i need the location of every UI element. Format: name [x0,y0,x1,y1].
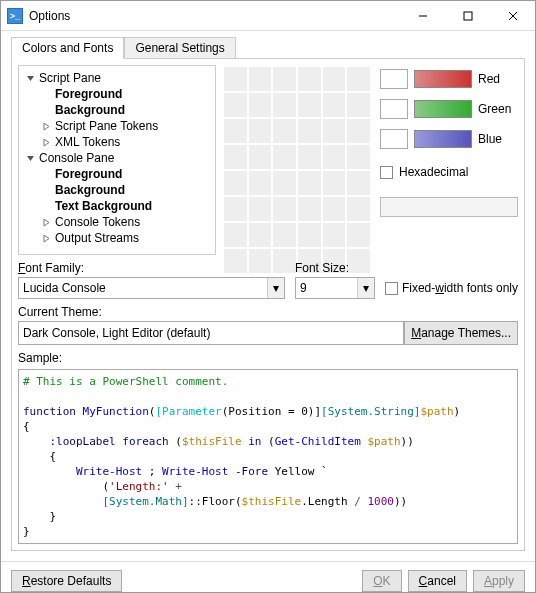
close-button[interactable] [490,1,535,30]
tree-item[interactable]: XML Tokens [21,134,213,150]
color-swatch[interactable] [273,171,296,195]
tab-strip: Colors and Fonts General Settings [11,37,525,59]
hex-checkbox[interactable] [380,166,393,179]
color-swatch-grid[interactable] [222,65,372,255]
sample-preview: # This is a PowerShell comment. function… [18,369,518,544]
color-swatch[interactable] [298,171,321,195]
dialog-footer: Restore Defaults OK Cancel Apply [1,561,535,593]
expander-closed-icon[interactable] [41,121,52,132]
tree-item[interactable]: Text Background [21,198,213,214]
color-swatch[interactable] [298,67,321,91]
tree-item[interactable]: Console Pane [21,150,213,166]
chevron-down-icon: ▾ [357,278,374,298]
tree-item-label: Script Pane Tokens [55,119,158,133]
color-swatch[interactable] [224,93,247,117]
expander-closed-icon[interactable] [41,137,52,148]
tree-item[interactable]: Background [21,182,213,198]
manage-themes-button[interactable]: Manage Themes... [404,321,518,345]
color-swatch[interactable] [224,197,247,221]
color-swatch[interactable] [347,145,370,169]
color-swatch[interactable] [347,67,370,91]
color-swatch[interactable] [273,67,296,91]
hex-dropdown[interactable] [380,197,518,217]
color-swatch[interactable] [298,197,321,221]
color-swatch[interactable] [347,223,370,247]
blue-slider[interactable] [414,130,472,148]
tree-item-label: Background [55,183,125,197]
tree-item[interactable]: Foreground [21,86,213,102]
green-slider[interactable] [414,100,472,118]
expander-open-icon[interactable] [25,73,36,84]
color-swatch[interactable] [249,119,272,143]
color-swatch[interactable] [224,145,247,169]
current-theme-label: Current Theme: [18,305,518,319]
color-swatch[interactable] [273,145,296,169]
color-swatch[interactable] [347,171,370,195]
red-label: Red [478,72,518,86]
color-swatch[interactable] [323,223,346,247]
color-swatch[interactable] [347,93,370,117]
color-swatch[interactable] [224,171,247,195]
green-value[interactable] [380,99,408,119]
sample-label: Sample: [18,351,518,365]
chevron-down-icon: ▾ [267,278,284,298]
expander-open-icon[interactable] [25,153,36,164]
blue-value[interactable] [380,129,408,149]
cancel-button[interactable]: Cancel [408,570,467,592]
color-swatch[interactable] [224,67,247,91]
maximize-button[interactable] [445,1,490,30]
font-size-select[interactable]: 9▾ [295,277,375,299]
restore-defaults-button[interactable]: Restore Defaults [11,570,122,592]
color-swatch[interactable] [323,119,346,143]
tree-item-label: Foreground [55,167,122,181]
red-slider[interactable] [414,70,472,88]
tree-item[interactable]: Script Pane Tokens [21,118,213,134]
color-swatch[interactable] [298,93,321,117]
tab-colors-fonts[interactable]: Colors and Fonts [11,37,124,59]
color-swatch[interactable] [347,119,370,143]
tree-item-label: Background [55,103,125,117]
ok-button[interactable]: OK [362,570,401,592]
green-label: Green [478,102,518,116]
apply-button[interactable]: Apply [473,570,525,592]
fixed-width-checkbox[interactable] [385,282,398,295]
red-value[interactable] [380,69,408,89]
color-tree[interactable]: Script PaneForegroundBackgroundScript Pa… [18,65,216,255]
color-swatch[interactable] [298,223,321,247]
color-swatch[interactable] [323,197,346,221]
color-swatch[interactable] [249,171,272,195]
color-swatch[interactable] [298,145,321,169]
color-swatch[interactable] [273,223,296,247]
color-swatch[interactable] [347,197,370,221]
font-family-select[interactable]: Lucida Console▾ [18,277,285,299]
color-swatch[interactable] [323,67,346,91]
tree-item[interactable]: Script Pane [21,70,213,86]
color-swatch[interactable] [273,93,296,117]
current-theme-value: Dark Console, Light Editor (default) [18,321,404,345]
color-swatch[interactable] [273,119,296,143]
tree-item[interactable]: Console Tokens [21,214,213,230]
color-swatch[interactable] [249,223,272,247]
font-size-label: Font Size: [295,261,375,275]
color-swatch[interactable] [249,67,272,91]
tree-item[interactable]: Background [21,102,213,118]
fixed-width-label: Fixed-width fonts only [402,281,518,295]
color-swatch[interactable] [298,119,321,143]
expander-closed-icon[interactable] [41,233,52,244]
color-swatch[interactable] [224,223,247,247]
minimize-button[interactable] [400,1,445,30]
color-swatch[interactable] [249,145,272,169]
color-swatch[interactable] [323,171,346,195]
tree-item[interactable]: Foreground [21,166,213,182]
tab-general-settings[interactable]: General Settings [124,37,235,59]
expander-closed-icon[interactable] [41,217,52,228]
color-swatch[interactable] [273,197,296,221]
rgb-sliders: Red Green Blue Hexadecimal [372,65,518,255]
color-swatch[interactable] [323,93,346,117]
color-swatch[interactable] [224,119,247,143]
color-swatch[interactable] [249,197,272,221]
color-swatch[interactable] [249,93,272,117]
color-swatch[interactable] [323,145,346,169]
tree-item-label: Console Tokens [55,215,140,229]
tree-item[interactable]: Output Streams [21,230,213,246]
